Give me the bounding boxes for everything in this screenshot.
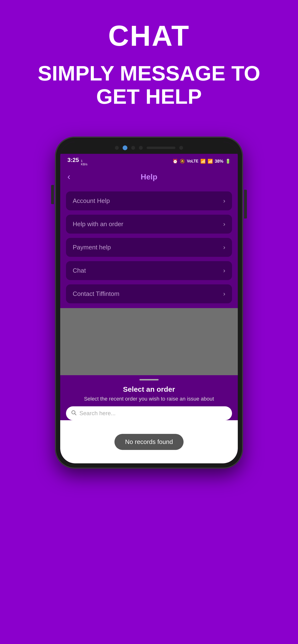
phone-container: 3:25 1 KB/s ⏰ 🔕 VoLTE 📶 📶 38% 🔋 [55,137,243,468]
status-time: 3:25 [67,157,79,164]
search-icon [71,410,77,417]
status-kb: 1 KB/s [81,159,87,166]
menu-item-account-help[interactable]: Account Help › [66,192,232,210]
menu-item-label: Account Help [73,197,110,204]
menu-item-chat[interactable]: Chat › [66,261,232,280]
subtitle: SIMPLY MESSAGE TO GET HELP [14,62,284,108]
menu-item-label: Contact Tiffintom [73,290,119,298]
menu-item-contact-tiffintom[interactable]: Contact Tiffintom › [66,284,232,303]
sheet-title: Select an order [66,385,232,394]
gray-content-area [60,308,238,375]
camera-dot-1 [115,146,119,150]
app-header: ‹ Help [60,168,238,187]
status-icons-area: ⏰ 🔕 VoLTE 📶 📶 38% 🔋 [173,158,231,164]
speaker-bar [146,146,175,149]
camera-dot-2 [131,146,135,150]
chevron-right-icon: › [223,220,225,228]
menu-item-label: Chat [73,267,86,274]
status-time-area: 3:25 1 KB/s [67,157,88,166]
back-button[interactable]: ‹ [67,172,79,182]
phone-frame: 3:25 1 KB/s ⏰ 🔕 VoLTE 📶 📶 38% 🔋 [55,137,243,468]
chevron-right-icon: › [223,290,225,298]
camera-dot-4 [179,146,183,150]
battery-icon: 🔋 [225,158,231,164]
phone-inner: 3:25 1 KB/s ⏰ 🔕 VoLTE 📶 📶 38% 🔋 [60,142,238,464]
svg-line-1 [75,414,76,415]
menu-item-help-order[interactable]: Help with an order › [66,215,232,234]
wifi-icon: 📶 [200,158,206,164]
sheet-subtitle: Select the recent order you wish to rais… [66,396,232,402]
signal-icon: 📶 [208,158,213,164]
chevron-right-icon: › [223,197,225,204]
volte-icon: VoLTE [187,159,198,164]
camera-dot-3 [139,146,143,150]
chevron-right-icon: › [223,244,225,251]
header-section: CHAT SIMPLY MESSAGE TO GET HELP [0,0,298,137]
app-title: Help [79,172,219,181]
alarm-icon: ⏰ [173,158,178,164]
chevron-right-icon: › [223,267,225,274]
bottom-sheet: Select an order Select the recent order … [60,375,238,420]
main-title: CHAT [108,19,190,52]
search-placeholder[interactable]: Search here... [79,410,116,417]
status-bar: 3:25 1 KB/s ⏰ 🔕 VoLTE 📶 📶 38% 🔋 [60,154,238,168]
records-area: No records found [60,420,238,463]
menu-list: Account Help › Help with an order › Paym… [60,187,238,308]
search-bar[interactable]: Search here... [66,406,232,420]
phone-notch [60,142,238,154]
battery-label: 38% [215,159,223,164]
camera-dot-center [123,146,127,150]
menu-item-label: Help with an order [73,220,123,228]
bell-icon: 🔕 [180,158,185,164]
menu-item-payment-help[interactable]: Payment help › [66,238,232,257]
sheet-handle [139,379,159,380]
menu-item-label: Payment help [73,244,111,251]
no-records-label: No records found [114,434,183,450]
